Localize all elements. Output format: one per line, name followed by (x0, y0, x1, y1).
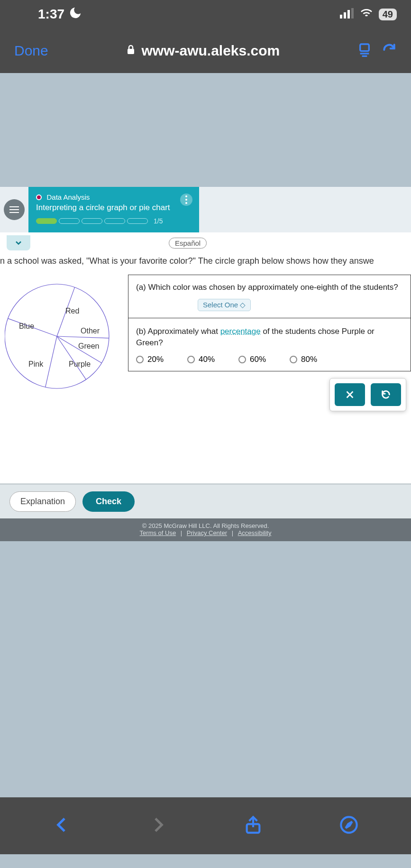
clear-button[interactable] (335, 383, 365, 406)
progress-label: 1/5 (154, 217, 163, 225)
wifi-icon (360, 8, 373, 20)
toolbox (329, 378, 406, 411)
reset-button[interactable] (371, 383, 401, 406)
copyright-text: © 2025 McGraw Hill LLC. All Rights Reser… (0, 522, 411, 529)
pie-label-blue: Blue (19, 322, 34, 331)
svg-rect-1 (344, 12, 346, 18)
svg-rect-2 (347, 10, 350, 18)
reader-mode-icon[interactable] (357, 42, 372, 59)
kebab-menu-icon[interactable] (180, 194, 192, 206)
pie-label-purple: Purple (69, 360, 91, 369)
radio-option-60[interactable]: 60% (238, 355, 266, 364)
pie-label-other: Other (81, 327, 100, 335)
moon-icon (68, 6, 82, 23)
svg-rect-5 (360, 44, 369, 51)
radio-option-20[interactable]: 20% (136, 355, 164, 364)
topic-header: Data Analysis Interpreting a circle grap… (28, 187, 199, 232)
svg-rect-3 (351, 8, 354, 18)
svg-marker-19 (346, 822, 352, 828)
question-b-prompt: (b) Approximately what percentage of the… (136, 326, 403, 349)
svg-line-11 (57, 336, 109, 338)
url-display[interactable]: www-awu.aleks.com (58, 43, 347, 59)
forward-icon[interactable] (148, 815, 167, 836)
topic-category: Data Analysis (46, 193, 90, 201)
aleks-content: Data Analysis Interpreting a circle grap… (0, 187, 411, 541)
battery-badge: 49 (379, 9, 397, 20)
svg-rect-0 (340, 15, 342, 18)
question-intro: n a school was asked, "What is your favo… (0, 253, 411, 275)
compass-icon[interactable] (339, 815, 358, 836)
footer-link[interactable]: Accessibility (238, 529, 272, 536)
explanation-button[interactable]: Explanation (9, 491, 76, 512)
language-button[interactable]: Español (169, 238, 207, 249)
radio-option-40[interactable]: 40% (187, 355, 215, 364)
select-one-dropdown[interactable]: Select One ◇ (198, 299, 251, 311)
share-icon[interactable] (244, 815, 263, 836)
browser-bottom-nav (0, 797, 411, 854)
svg-rect-4 (128, 49, 134, 54)
question-b-box: (b) Approximately what percentage of the… (128, 318, 411, 372)
status-bar: 1:37 49 (0, 0, 411, 28)
signal-icon (340, 8, 354, 20)
percentage-link[interactable]: percentage (220, 327, 261, 336)
status-time: 1:37 (38, 7, 64, 22)
radio-option-80[interactable]: 80% (290, 355, 317, 364)
pie-label-pink: Pink (28, 360, 43, 369)
done-button[interactable]: Done (14, 43, 48, 59)
footer-link[interactable]: Privacy Center (187, 529, 227, 536)
copyright-bar: © 2025 McGraw Hill LLC. All Rights Reser… (0, 518, 411, 541)
svg-line-14 (46, 336, 57, 387)
spacer-bottom (0, 541, 411, 797)
browser-bar: Done www-awu.aleks.com (0, 28, 411, 73)
pie-label-green: Green (78, 342, 99, 351)
progress-bar: 1/5 (36, 217, 192, 225)
footer-link[interactable]: Terms of Use (140, 529, 176, 536)
pie-chart: Blue Red Other Green Purple Pink (5, 275, 119, 398)
question-a-box: (a) Which color was chosen by approximat… (128, 275, 411, 318)
menu-button[interactable] (4, 199, 25, 220)
reload-icon[interactable] (382, 42, 397, 59)
question-a-prompt: (a) Which color was chosen by approximat… (136, 282, 403, 293)
lock-icon (125, 43, 137, 59)
topic-dot-icon (36, 194, 42, 200)
topic-title: Interpreting a circle graph or pie chart (36, 203, 192, 212)
back-icon[interactable] (53, 815, 72, 836)
check-button[interactable]: Check (82, 491, 135, 512)
url-text: www-awu.aleks.com (141, 43, 280, 59)
collapse-toggle[interactable] (7, 235, 30, 250)
spacer-top (0, 73, 411, 187)
pie-label-red: Red (65, 307, 79, 315)
footer-controls: Explanation Check (0, 483, 411, 518)
